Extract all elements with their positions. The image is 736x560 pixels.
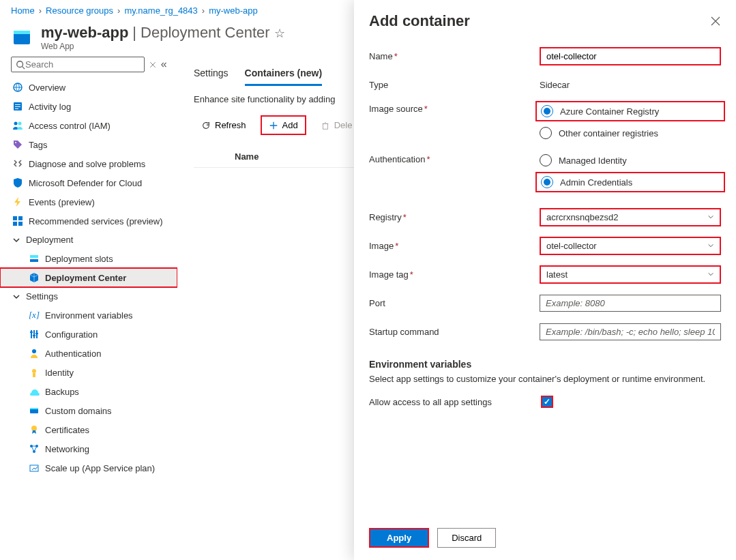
sidebar-item-activitylog[interactable]: Activity log	[0, 97, 177, 116]
favorite-star-icon[interactable]: ☆	[274, 26, 285, 41]
sidebar-item-defender[interactable]: Microsoft Defender for Cloud	[0, 173, 177, 192]
allow-access-checkbox[interactable]: ✓	[541, 396, 553, 408]
label-allow-access: Allow access to all app settings	[369, 397, 540, 407]
chevron-down-icon	[707, 213, 714, 220]
sidebar-item-overview[interactable]: Overview	[0, 78, 177, 97]
discard-button[interactable]: Discard	[437, 528, 496, 548]
select-value: latest	[546, 269, 568, 280]
close-icon[interactable]	[710, 16, 721, 27]
svg-rect-19	[33, 330, 35, 338]
svg-rect-21	[30, 331, 33, 333]
collapse-icon[interactable]	[161, 60, 169, 70]
sidebar-item-label: Events (preview)	[29, 197, 95, 207]
refresh-icon	[201, 121, 211, 130]
radio-icon	[541, 176, 553, 188]
sidebar-item-label: Identity	[45, 368, 74, 378]
sidebar-item-tags[interactable]: Tags	[0, 135, 177, 154]
add-container-panel: Add container Name* Type Sidecar Image s…	[354, 0, 736, 560]
registry-select[interactable]: acrcrxnsnqbezsd2	[540, 208, 721, 226]
startup-input[interactable]	[540, 323, 721, 340]
svg-rect-14	[13, 222, 17, 226]
svg-rect-6	[15, 104, 20, 105]
sidebar-item-scaleup[interactable]: Scale up (App Service plan)	[0, 458, 177, 477]
type-value: Sidecar	[540, 80, 721, 90]
radio-icon	[540, 127, 552, 139]
sidebar-item-label: Deployment slots	[45, 254, 113, 264]
sidebar-item-auth[interactable]: Authentication	[0, 344, 177, 363]
sidebar-item-certs[interactable]: Certificates	[0, 420, 177, 439]
image-tag-select[interactable]: latest	[540, 265, 721, 284]
tab-containers[interactable]: Containers (new)	[245, 62, 323, 86]
sidebar-item-label: Scale up (App Service plan)	[45, 463, 155, 473]
button-label: Add	[282, 120, 298, 130]
sidebar-item-envvars[interactable]: [x]Environment variables	[0, 306, 177, 325]
sidebar-item-identity[interactable]: Identity	[0, 363, 177, 382]
svg-rect-18	[31, 330, 32, 338]
sidebar-item-label: Tags	[29, 140, 47, 150]
sidebar-section-label: Deployment	[26, 235, 73, 245]
sidebar-item-config[interactable]: Configuration	[0, 325, 177, 344]
sidebar-section-settings[interactable]: Settings	[0, 287, 177, 306]
label-image-tag: Image tag*	[369, 269, 540, 280]
sidebar-item-label: Diagnose and solve problems	[29, 159, 145, 169]
apply-button[interactable]: Apply	[369, 528, 429, 548]
sidebar-item-recommended[interactable]: Recommended services (preview)	[0, 211, 177, 231]
breadcrumb-sep: ›	[39, 5, 42, 16]
page-title-section: Deployment Center	[141, 24, 270, 42]
select-value: otel-collector	[546, 241, 597, 251]
sidebar-search[interactable]	[11, 57, 145, 72]
svg-rect-28	[30, 408, 38, 409]
radio-other-registry[interactable]: Other container registries	[540, 127, 721, 139]
add-button[interactable]: Add	[261, 115, 306, 135]
svg-rect-34	[323, 123, 327, 129]
pin-icon[interactable]	[149, 60, 157, 70]
svg-rect-23	[35, 333, 38, 334]
sidebar-item-deployment-center[interactable]: Deployment Center	[0, 268, 177, 287]
breadcrumb-app[interactable]: my-web-app	[209, 5, 258, 16]
sidebar-item-networking[interactable]: Networking	[0, 439, 177, 458]
sidebar-section-deployment[interactable]: Deployment	[0, 231, 177, 249]
sidebar-search-input[interactable]	[25, 59, 140, 70]
breadcrumb-rg[interactable]: Resource groups	[46, 5, 113, 16]
sidebar-item-label: Activity log	[29, 102, 71, 112]
radio-icon	[540, 154, 552, 166]
sidebar-item-label: Microsoft Defender for Cloud	[29, 178, 142, 188]
breadcrumb-home[interactable]: Home	[11, 5, 35, 16]
image-select[interactable]: otel-collector	[540, 237, 721, 255]
button-label: Dele	[334, 120, 353, 130]
sidebar-item-label: Deployment Center	[45, 273, 126, 283]
svg-point-29	[31, 426, 37, 431]
chevron-down-icon	[707, 242, 714, 249]
sidebar-item-backups[interactable]: Backups	[0, 382, 177, 401]
svg-rect-16	[30, 255, 38, 258]
chevron-down-icon	[12, 236, 20, 244]
delete-button[interactable]: Dele	[313, 116, 360, 134]
sidebar-item-label: Custom domains	[45, 406, 112, 416]
svg-point-25	[32, 369, 36, 373]
radio-label: Admin Credentials	[560, 177, 632, 188]
sidebar-item-domains[interactable]: Custom domains	[0, 401, 177, 420]
radio-managed-identity[interactable]: Managed Identity	[540, 154, 721, 166]
svg-rect-13	[18, 216, 23, 220]
svg-rect-7	[15, 106, 20, 107]
trash-icon	[321, 121, 330, 130]
sidebar-item-diagnose[interactable]: Diagnose and solve problems	[0, 154, 177, 173]
port-input[interactable]	[540, 295, 721, 312]
env-vars-desc: Select app settings to customize your co…	[369, 374, 721, 384]
tab-settings[interactable]: Settings	[194, 62, 229, 86]
svg-point-9	[14, 122, 18, 126]
sidebar-item-iam[interactable]: Access control (IAM)	[0, 116, 177, 135]
svg-rect-26	[33, 373, 35, 377]
label-startup: Startup command	[369, 327, 540, 337]
breadcrumb-rgname[interactable]: my.name_rg_4843	[124, 5, 197, 16]
radio-admin-credentials[interactable]: Admin Credentials	[535, 172, 725, 192]
refresh-button[interactable]: Refresh	[194, 116, 254, 134]
name-input[interactable]	[540, 47, 721, 65]
label-image-source: Image source*	[369, 104, 540, 114]
sidebar-item-slots[interactable]: Deployment slots	[0, 249, 177, 268]
sidebar-item-events[interactable]: Events (preview)	[0, 192, 177, 211]
radio-acr[interactable]: Azure Container Registry	[535, 101, 725, 121]
chevron-down-icon	[12, 293, 20, 301]
sidebar-item-label: Recommended services (preview)	[29, 216, 163, 226]
svg-point-24	[32, 349, 36, 353]
